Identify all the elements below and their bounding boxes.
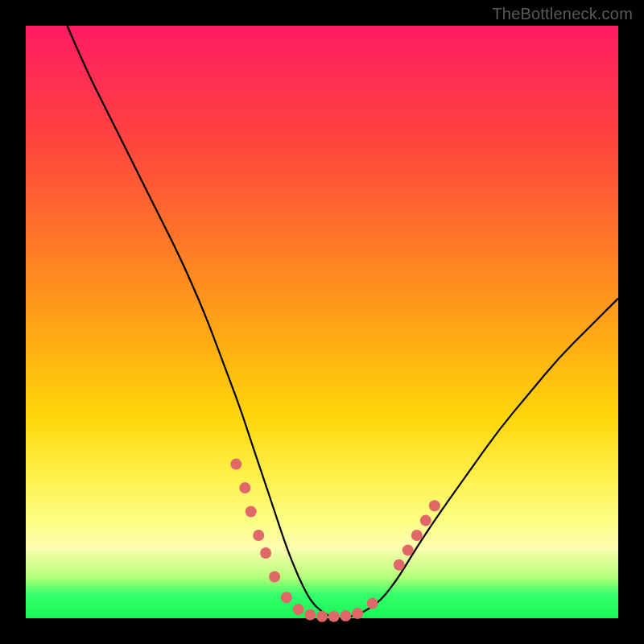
curve-marker [253,530,264,541]
curve-marker [340,610,351,621]
curve-markers [230,459,440,622]
curve-marker [260,547,271,559]
plot-area [26,26,618,618]
curve-marker [328,611,340,622]
curve-marker [269,572,280,583]
curve-marker [293,604,304,615]
curve-marker [367,598,378,609]
curve-marker [402,544,414,555]
curve-marker [239,482,250,493]
curve-marker [352,608,363,619]
bottleneck-curve-path [68,26,619,618]
chart-frame: TheBottleneck.com [0,0,644,644]
curve-svg [26,26,618,618]
curve-marker [429,500,440,511]
curve-marker [246,506,257,518]
curve-marker [411,530,423,541]
curve-marker [304,609,316,621]
curve-marker [420,515,431,526]
watermark-text: TheBottleneck.com [492,5,633,23]
curve-marker [394,559,405,571]
curve-marker [230,459,242,470]
curve-marker [316,611,328,622]
curve-marker [281,592,292,603]
